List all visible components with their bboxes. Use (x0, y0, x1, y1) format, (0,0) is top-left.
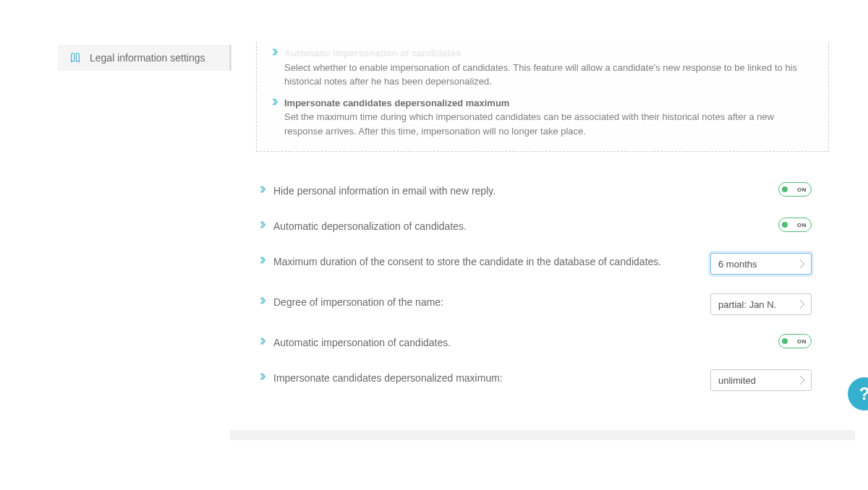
chevron-right-icon (259, 338, 266, 345)
setting-auto-depersonalize: Automatic depersonalization of candidate… (256, 209, 829, 244)
help-item-body: Set the maximum time during which impers… (284, 111, 774, 137)
toggle-hide-personal[interactable]: ON (778, 182, 812, 197)
toggle-state-label: ON (797, 338, 807, 345)
main-content: Automatic impersonation of candidates Se… (231, 45, 868, 462)
chevron-right-icon (259, 297, 266, 304)
sidebar: Legal information settings (0, 45, 231, 462)
setting-label: Degree of impersonation of the name: (273, 295, 703, 310)
toggle-auto-impersonation[interactable]: ON (778, 334, 812, 348)
toggle-auto-depersonalize[interactable]: ON (778, 218, 812, 232)
toggle-dot (782, 186, 788, 192)
setting-label: Hide personal information in email with … (273, 184, 771, 199)
setting-label: Impersonate candidates depersonalized ma… (273, 371, 703, 386)
sidebar-item-label: Legal information settings (90, 52, 205, 64)
setting-hide-personal: Hide personal information in email with … (256, 173, 829, 209)
footer-blank (230, 440, 855, 462)
sidebar-item-legal[interactable]: Legal information settings (58, 45, 231, 71)
help-panel: Automatic impersonation of candidates Se… (256, 42, 829, 152)
help-item-title: Impersonate candidates depersonalized ma… (284, 96, 814, 111)
help-item-title: Automatic impersonation of candidates (284, 46, 814, 61)
chevron-right-icon (271, 48, 278, 89)
setting-auto-impersonation: Automatic impersonation of candidates. O… (256, 325, 829, 361)
chevron-right-icon (259, 221, 266, 228)
footer-gap (230, 430, 855, 440)
setting-degree-impersonation: Degree of impersonation of the name: par… (256, 285, 829, 325)
setting-imp-dep-max: Impersonate candidates depersonalized ma… (256, 361, 829, 401)
setting-label: Automatic impersonation of candidates. (273, 335, 771, 351)
chevron-right-icon (259, 186, 266, 193)
chevron-right-icon (259, 373, 266, 380)
toggle-dot (782, 222, 788, 228)
select-max-duration[interactable]: 6 months (710, 253, 812, 275)
toggle-state-label: ON (797, 186, 807, 193)
setting-label: Automatic depersonalization of candidate… (273, 219, 771, 234)
help-item-body: Select whether to enable impersonation o… (284, 62, 797, 87)
chevron-right-icon (259, 257, 266, 264)
select-degree-impersonation[interactable]: partial: Jan N. (710, 293, 812, 315)
book-icon (69, 52, 81, 64)
toggle-state-label: ON (797, 222, 807, 228)
setting-max-duration: Maximum duration of the consent to store… (256, 244, 829, 285)
chevron-right-icon (271, 98, 278, 139)
help-fab-glyph: ? (859, 384, 868, 404)
setting-label: Maximum duration of the consent to store… (273, 254, 703, 270)
select-imp-dep-max[interactable]: unlimited (710, 369, 812, 391)
toggle-dot (782, 338, 788, 344)
